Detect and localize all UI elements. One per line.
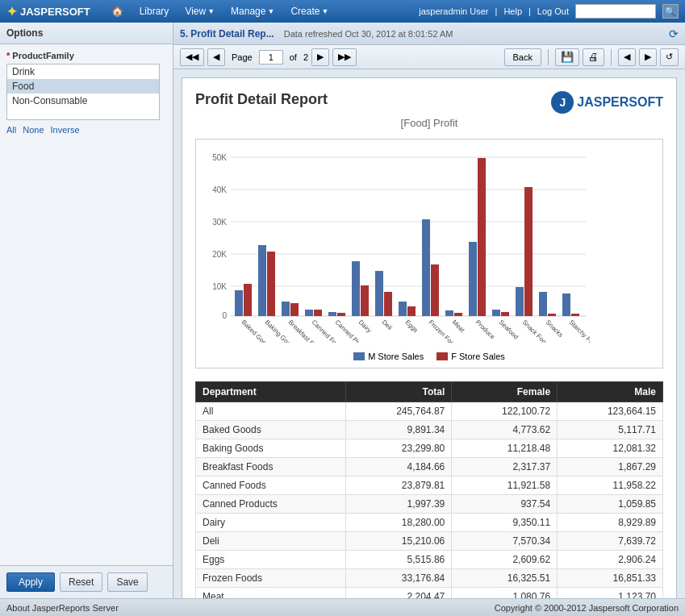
create-arrow: ▼ (321, 7, 328, 15)
list-item-non-consumable[interactable]: Non-Consumable (7, 94, 159, 108)
first-page-button[interactable]: ◀◀ (180, 48, 204, 66)
table-row: Canned Foods23,879.8111,921.5811,958.22 (196, 477, 663, 495)
print-button[interactable]: 🖨 (583, 48, 604, 66)
table-cell: 7,639.72 (558, 532, 663, 551)
report-area: Profit Detail Report J JASPERSOFT [Food]… (173, 69, 685, 598)
status-bar: About JasperReports Server Copyright © 2… (0, 598, 685, 616)
help-link[interactable]: Help (503, 6, 522, 16)
svg-text:Deli: Deli (381, 318, 394, 331)
nav-view[interactable]: View ▼ (177, 0, 223, 23)
page-total: 2 (303, 52, 308, 62)
logo: ✦ JASPERSOFT (6, 4, 90, 19)
user-name: jasperadmin User (419, 6, 488, 16)
table-cell: Deli (196, 532, 346, 551)
refresh-icon[interactable]: ⟳ (669, 27, 679, 40)
nav-forward-button[interactable]: ▶ (639, 48, 657, 66)
report-container: Profit Detail Report J JASPERSOFT [Food]… (182, 77, 677, 598)
table-row: Canned Products1,997.39937.541,059.85 (196, 495, 663, 514)
legend-f-label: F Store Sales (451, 352, 505, 361)
options-content: ProductFamily Drink Food Non-Consumable … (0, 44, 173, 565)
svg-rect-35 (501, 312, 509, 316)
status-right: Copyright © 2000-2012 Jaspersoft Corpora… (495, 603, 679, 613)
table-row: Frozen Foods33,176.8416,325.5116,851.33 (196, 569, 663, 588)
view-arrow: ▼ (207, 7, 215, 15)
toolbar: ◀◀ ◀ Page of 2 ▶ ▶▶ Back 💾 🖨 ◀ ▶ ↺ (173, 45, 685, 69)
nav-manage[interactable]: Manage ▼ (223, 0, 282, 23)
search-button[interactable]: 🔍 (662, 4, 679, 19)
svg-text:Dairy: Dairy (357, 318, 374, 335)
svg-rect-16 (282, 302, 290, 316)
back-button[interactable]: Back (504, 48, 541, 66)
table-cell: 122,100.72 (452, 402, 558, 421)
table-cell: 16,851.33 (558, 569, 663, 588)
next-page-button[interactable]: ▶ (311, 48, 329, 66)
separator-2 (611, 49, 612, 65)
nav-home[interactable]: 🏠 (103, 0, 132, 23)
nav-library[interactable]: Library (132, 0, 178, 23)
bar-chart: 50K 40K 30K 20K 10K 0 (203, 149, 590, 343)
report-table: Department Total Female Male All245,764.… (195, 381, 663, 598)
export-button[interactable]: 💾 (555, 48, 579, 66)
apply-button[interactable]: Apply (6, 572, 55, 592)
list-item-food[interactable]: Food (7, 79, 159, 94)
inverse-link[interactable]: Inverse (51, 125, 80, 135)
svg-rect-23 (361, 285, 369, 316)
all-link[interactable]: All (6, 125, 16, 135)
svg-text:Eggs: Eggs (404, 318, 420, 334)
none-link[interactable]: None (23, 125, 44, 135)
table-row: Baked Goods9,891.344,773.625,117.71 (196, 421, 663, 439)
report-header: Profit Detail Report J JASPERSOFT (195, 91, 663, 114)
last-page-button[interactable]: ▶▶ (332, 48, 357, 66)
table-cell: 1,059.85 (558, 495, 663, 514)
svg-rect-38 (539, 292, 547, 316)
svg-rect-21 (337, 313, 345, 316)
list-item-drink[interactable]: Drink (7, 65, 159, 79)
svg-rect-29 (431, 264, 439, 316)
prev-page-button[interactable]: ◀ (207, 48, 225, 66)
table-row: Eggs5,515.862,609.622,906.24 (196, 551, 663, 569)
manage-arrow: ▼ (267, 7, 274, 15)
logo-brand: JASPERSOFT (577, 95, 663, 110)
save-button[interactable]: Save (107, 572, 147, 592)
table-cell: 12,081.32 (558, 439, 663, 458)
svg-rect-30 (445, 310, 453, 316)
svg-rect-19 (314, 310, 322, 316)
table-cell: 1,867.29 (558, 458, 663, 477)
page-input[interactable] (259, 50, 283, 65)
nav-back-button[interactable]: ◀ (618, 48, 636, 66)
table-cell: Breakfast Foods (196, 458, 346, 477)
search-input[interactable] (575, 4, 656, 19)
svg-text:Meat: Meat (451, 318, 466, 334)
svg-text:50K: 50K (212, 153, 227, 162)
col-header-total: Total (346, 382, 452, 402)
svg-rect-41 (571, 314, 579, 316)
left-panel: Options ProductFamily Drink Food Non-Con… (0, 23, 173, 598)
nav-reload-button[interactable]: ↺ (660, 48, 679, 66)
table-cell: 8,929.89 (558, 514, 663, 532)
table-cell: 23,879.81 (346, 477, 452, 495)
table-cell: 1,997.39 (346, 495, 452, 514)
legend-f-color (436, 352, 448, 360)
tab-bar: 5. Profit Detail Rep... Data refreshed O… (173, 23, 685, 45)
col-header-department: Department (196, 382, 346, 402)
table-cell: All (196, 402, 346, 421)
table-cell: Frozen Foods (196, 569, 346, 588)
table-cell: 5,117.71 (558, 421, 663, 439)
table-cell: 11,921.58 (452, 477, 558, 495)
product-family-list[interactable]: Drink Food Non-Consumable (6, 64, 160, 120)
table-cell: Dairy (196, 514, 346, 532)
svg-text:0: 0 (222, 311, 227, 320)
table-cell: 1,123.70 (558, 588, 663, 599)
svg-text:Seafood: Seafood (498, 318, 520, 340)
topbar: ✦ JASPERSOFT 🏠 Library View ▼ Manage ▼ C… (0, 0, 685, 23)
table-cell: 11,218.48 (452, 439, 558, 458)
svg-rect-15 (267, 252, 275, 316)
reset-button[interactable]: Reset (60, 572, 102, 592)
legend-f-store: F Store Sales (436, 352, 505, 361)
nav-create[interactable]: Create ▼ (282, 0, 336, 23)
tab-title[interactable]: 5. Profit Detail Rep... (180, 28, 274, 40)
logout-link[interactable]: Log Out (537, 6, 569, 16)
table-cell: 2,609.62 (452, 551, 558, 569)
svg-rect-13 (244, 284, 252, 316)
svg-rect-20 (328, 312, 336, 316)
